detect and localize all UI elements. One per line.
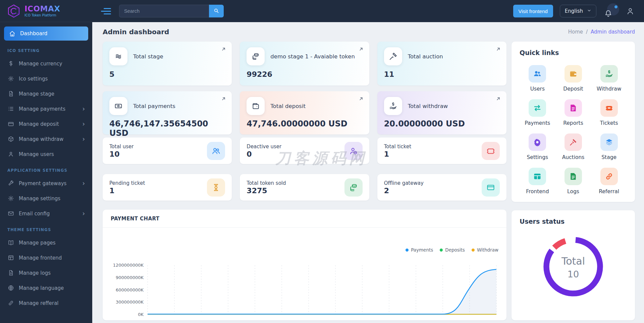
- quick-link-payments[interactable]: Payments: [520, 99, 555, 126]
- sidebar-item-label: Manage deposit: [19, 121, 59, 127]
- sidebar-item-label: Manage currency: [19, 61, 62, 67]
- sidebar-item-ico-settings[interactable]: Ico settings: [0, 71, 92, 86]
- ticket-icon: [600, 99, 618, 117]
- sidebar-item-label: Manage pages: [19, 240, 56, 246]
- arrow-up-right-icon[interactable]: [359, 47, 364, 53]
- table-icon: [529, 168, 546, 185]
- hand-dollar-icon: [600, 65, 618, 83]
- arrow-up-right-icon[interactable]: [221, 96, 226, 103]
- quick-link-label: Settings: [527, 154, 548, 160]
- stat-title: Pending ticket: [109, 180, 145, 186]
- home-icon: [9, 31, 15, 37]
- stat-title: Total user: [109, 144, 134, 150]
- quick-link-withdraw[interactable]: Withdraw: [591, 65, 627, 92]
- sidebar-item-manage-deposit[interactable]: Manage deposit ›: [0, 116, 92, 131]
- sidebar-item-label: Manage settings: [19, 196, 60, 202]
- stat-card-offline-gateway: Offline gateway 2: [377, 174, 506, 201]
- user-menu-button[interactable]: [626, 7, 635, 15]
- quick-link-label: Auctions: [562, 154, 585, 160]
- search-button[interactable]: [209, 5, 224, 17]
- arrow-up-right-icon[interactable]: [496, 47, 501, 53]
- sidebar-item-label: Manage stage: [19, 91, 54, 97]
- donut-center-value: 10: [568, 269, 579, 279]
- arrow-up-right-icon[interactable]: [496, 96, 501, 103]
- legend-dot-withdraw: [472, 249, 475, 252]
- quick-link-auctions[interactable]: Auctions: [555, 133, 591, 160]
- quick-link-deposit[interactable]: Deposit: [555, 65, 591, 92]
- quick-link-label: Withdraw: [597, 86, 622, 92]
- stat-card-total-stage: Total stage 5: [103, 42, 232, 86]
- sidebar-item-manage-logs[interactable]: Manage logs: [0, 265, 92, 280]
- visit-frontend-button[interactable]: Visit frontend: [513, 5, 553, 17]
- quick-link-users[interactable]: Users: [520, 65, 555, 92]
- quick-link-reports[interactable]: Reports: [555, 99, 591, 126]
- gavel-icon: [384, 47, 402, 65]
- report-file-icon: [565, 99, 582, 117]
- quick-link-settings[interactable]: Settings: [520, 133, 555, 160]
- sidebar-item-manage-refferal[interactable]: Manage refferal: [0, 295, 92, 311]
- sidebar-item-label: Manage refferal: [19, 300, 59, 306]
- person-icon: [626, 7, 635, 15]
- sidebar-item-manage-language[interactable]: Manage language: [0, 280, 92, 295]
- payment-chart-panel: PAYMENT CHART Payments Deposits Withdraw: [103, 210, 506, 320]
- sidebar-item-manage-payments[interactable]: Manage payments ›: [0, 101, 92, 116]
- users-icon: [529, 65, 546, 83]
- stat-card-available-token: demo stage 1 - Avaiable token 99226: [240, 42, 369, 86]
- gear-icon: [7, 75, 14, 82]
- chevron-right-icon: ›: [82, 106, 85, 112]
- notifications-button[interactable]: [603, 3, 619, 19]
- quick-link-logs[interactable]: Logs: [555, 168, 591, 195]
- quick-link-label: Tickets: [600, 120, 618, 126]
- arrow-up-right-icon[interactable]: [359, 96, 364, 103]
- search-box: [119, 5, 224, 17]
- legend-label: Withdraw: [477, 247, 498, 253]
- app-root: ICOMAX ICO Token Platform Dashboard ICO …: [0, 0, 644, 323]
- brand-logo[interactable]: ICOMAX ICO Token Platform: [0, 0, 92, 22]
- list-icon: [7, 106, 14, 112]
- sidebar-item-manage-stage[interactable]: Manage stage: [0, 86, 92, 101]
- quick-link-frontend[interactable]: Frontend: [520, 168, 555, 195]
- brand-name: ICOMAX: [24, 5, 60, 13]
- sidebar-toggle-button[interactable]: [101, 8, 111, 14]
- legend-dot-payments: [406, 249, 409, 252]
- users-status-title: Users status: [520, 218, 627, 225]
- main-area: Visit frontend English: [92, 0, 644, 323]
- stat-value: 46,746,147.35654500 USD: [109, 119, 225, 138]
- sidebar-section-heading: ICO SETTING: [0, 42, 92, 56]
- y-tick: 900000000K: [116, 275, 144, 280]
- chart-legend: Payments Deposits Withdraw: [111, 247, 498, 253]
- gavel-icon: [565, 133, 582, 151]
- transfer-arrows-icon: [529, 99, 546, 117]
- hourglass-icon: [207, 178, 225, 197]
- sidebar-item-label: Dashboard: [20, 31, 47, 37]
- sidebar-item-manage-withdraw[interactable]: Manage withdraw ›: [0, 131, 92, 147]
- sidebar-item-manage-settings[interactable]: Manage settings: [0, 191, 92, 206]
- sidebar-item-manage-users[interactable]: Manage users: [0, 147, 92, 162]
- stat-card-total-payments: Total payments 46,746,147.35654500 USD: [103, 91, 232, 134]
- sidebar-item-manage-currency[interactable]: Manage currency: [0, 56, 92, 71]
- sidebar-item-manage-pages[interactable]: Manage pages: [0, 235, 92, 250]
- search-input[interactable]: [119, 5, 209, 17]
- quick-link-tickets[interactable]: Tickets: [591, 99, 627, 126]
- stat-card-pending-ticket: Pending ticket 1: [103, 174, 232, 201]
- globe-icon: [7, 285, 14, 291]
- stat-value: 1: [109, 186, 145, 195]
- sidebar-item-dashboard[interactable]: Dashboard: [4, 26, 88, 41]
- link-icon: [600, 168, 618, 185]
- chevron-right-icon: ›: [82, 180, 85, 186]
- legend-label: Deposits: [445, 247, 465, 253]
- sidebar-item-email-config[interactable]: Email config ›: [0, 206, 92, 221]
- breadcrumb-home[interactable]: Home: [568, 29, 583, 35]
- file-icon: [7, 91, 14, 97]
- arrow-up-right-icon[interactable]: [221, 47, 226, 53]
- sidebar-item-label: Manage frontend: [19, 255, 62, 261]
- quick-link-stage[interactable]: Stage: [591, 133, 627, 160]
- sidebar-item-manage-frontend[interactable]: Manage frontend: [0, 250, 92, 265]
- quick-link-referral[interactable]: Referral: [591, 168, 627, 195]
- stat-card-total-withdraw: Total withdraw 20.00000000 USD: [377, 91, 506, 134]
- stat-value: 1: [384, 150, 411, 158]
- language-select[interactable]: English: [560, 5, 596, 17]
- sidebar-item-payment-gateways[interactable]: Payment gateways ›: [0, 176, 92, 191]
- sidebar-section-heading: APPLICATION SETTINGS: [0, 162, 92, 176]
- stat-value: 5: [109, 70, 225, 78]
